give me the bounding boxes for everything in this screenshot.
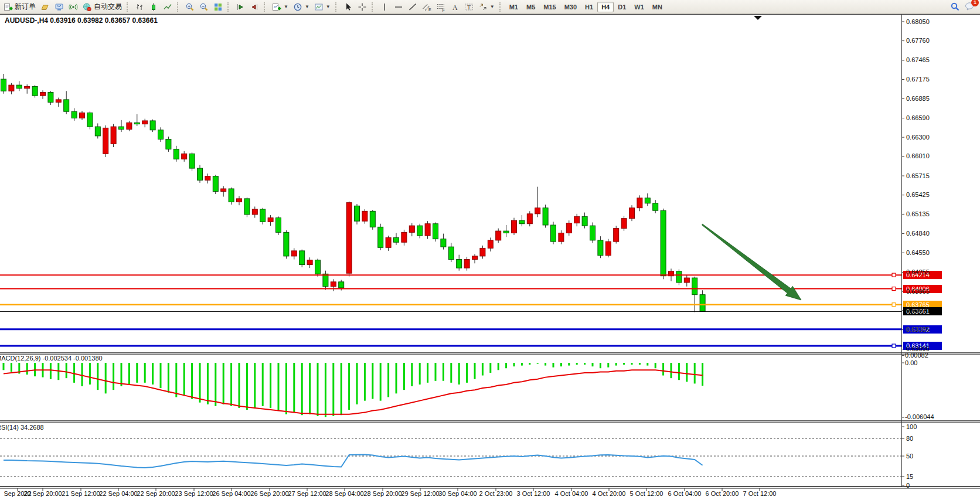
- channel-button[interactable]: E: [420, 0, 434, 14]
- new-order-button[interactable]: 新订单: [1, 0, 38, 14]
- crosshair-button[interactable]: [355, 0, 369, 14]
- toolbar-grip: [264, 2, 267, 12]
- toolbar-grip: [177, 2, 181, 12]
- arrows-icon: [478, 2, 488, 12]
- signals-button[interactable]: [66, 0, 80, 14]
- time-axis-label: 3 Oct 12:00: [517, 490, 550, 497]
- down-arrow-annotation: [702, 224, 801, 300]
- notification-badge: 1: [971, 0, 979, 6]
- indicators-button[interactable]: ▼: [270, 0, 291, 14]
- toolbar: 新订单 自动交易: [0, 0, 980, 14]
- horizontal-line-button[interactable]: [392, 0, 406, 14]
- zoom-in-button[interactable]: [183, 0, 197, 14]
- time-axis-label: 30 Sep 04:00: [438, 490, 477, 497]
- timeframe-button-m5[interactable]: M5: [522, 2, 539, 12]
- time-axis-label: 22 Sep 04:00: [99, 490, 137, 497]
- notifications-button[interactable]: 1: [965, 1, 975, 13]
- timeframe-button-m15[interactable]: M15: [539, 2, 560, 12]
- history-center-button[interactable]: [38, 0, 52, 14]
- trendline-button[interactable]: [406, 0, 420, 14]
- horizontal-line-icon: [394, 2, 403, 12]
- cursor-button[interactable]: [341, 0, 355, 14]
- timeframe-button-mn[interactable]: MN: [648, 2, 666, 12]
- auto-trading-button[interactable]: 自动交易: [80, 0, 124, 14]
- time-axis-label: 29 Sep 12:00: [401, 490, 439, 497]
- periods-icon: [293, 2, 302, 12]
- time-axis-label: 27 Sep 12:00: [288, 490, 326, 497]
- zoom-out-button[interactable]: [197, 0, 211, 14]
- price-level-tag: 0.63141: [903, 342, 942, 350]
- timeframe-button-w1[interactable]: W1: [630, 2, 648, 12]
- price-axis-tick: 0.65715: [906, 172, 930, 179]
- shift-marker-icon: [754, 16, 762, 20]
- timeframe-button-h1[interactable]: H1: [581, 2, 597, 12]
- crosshair-icon: [358, 2, 367, 12]
- macd-indicator-label: MACD(12,26,9) -0.002534 -0.001380: [0, 355, 103, 362]
- vertical-line-button[interactable]: [377, 0, 392, 14]
- chevron-down-icon: ▼: [490, 4, 495, 9]
- fibonacci-button[interactable]: F: [434, 0, 448, 14]
- mt4-window: 新订单 自动交易: [0, 0, 980, 500]
- periods-button[interactable]: ▼: [291, 0, 312, 14]
- price-axis-tick: 0.68050: [906, 18, 930, 25]
- chart-shift-icon: [250, 2, 259, 12]
- svg-text:A: A: [452, 3, 458, 11]
- auto-scroll-button[interactable]: [233, 0, 247, 14]
- terminal-button[interactable]: [52, 0, 66, 14]
- time-axis-label: 7 Oct 12:00: [743, 490, 777, 497]
- price-axis-tick: 0.66300: [906, 134, 930, 141]
- price-axis-tick: 0.64255: [906, 268, 930, 275]
- time-axis-label: 22 Sep 20:00: [137, 490, 175, 497]
- text-label-button[interactable]: T: [462, 0, 476, 14]
- chart-labels-layer: AUDUSD-,H4 0.63916 0.63982 0.63657 0.636…: [0, 14, 980, 500]
- price-axis-tick: 0.63385: [906, 326, 930, 333]
- time-axis-label: 26 Sep 20:00: [250, 490, 288, 497]
- chart-area[interactable]: AUDUSD-,H4 0.63916 0.63982 0.63657 0.636…: [0, 14, 980, 500]
- price-axis-tick: 0.66590: [906, 114, 930, 121]
- time-axis-label: 4 Oct 20:00: [593, 490, 626, 497]
- price-axis-tick: 0.63675: [906, 307, 930, 314]
- line-chart-button[interactable]: [161, 0, 175, 14]
- new-order-label: 新订单: [15, 2, 36, 12]
- chevron-down-icon: ▼: [305, 4, 309, 9]
- bar-chart-button[interactable]: [132, 0, 147, 14]
- price-level-tag: 0.64214: [903, 271, 942, 279]
- time-axis-label: 20 Sep 20:00: [23, 490, 62, 497]
- auto-trading-icon: [83, 2, 92, 12]
- chevron-down-icon: ▼: [326, 4, 331, 9]
- templates-button[interactable]: ▼: [312, 0, 333, 14]
- timeframe-button-m30[interactable]: M30: [560, 2, 581, 12]
- timeframe-button-h4[interactable]: H4: [597, 2, 614, 12]
- zoom-in-icon: [185, 2, 195, 12]
- vertical-line-icon: [380, 2, 389, 12]
- auto-trading-label: 自动交易: [94, 2, 122, 12]
- time-axis-label: 4 Oct 04:00: [555, 490, 588, 497]
- candlestick-chart-button[interactable]: [147, 0, 161, 14]
- price-axis-tick: 0.65135: [906, 210, 930, 217]
- tile-windows-icon: [213, 2, 223, 12]
- price-axis-tick: 0.65425: [906, 191, 930, 198]
- timeframe-button-m1[interactable]: M1: [505, 2, 522, 12]
- price-level-tag: 0.64006: [903, 285, 942, 293]
- time-axis-label: 28 Sep 20:00: [363, 490, 401, 497]
- text-button[interactable]: A: [448, 0, 462, 14]
- toolbar-grip: [335, 2, 339, 12]
- search-icon[interactable]: [950, 2, 960, 12]
- chart-shift-button[interactable]: [247, 0, 261, 14]
- time-axis-label: 26 Sep 04:00: [212, 490, 250, 497]
- indicators-icon: [272, 2, 281, 12]
- time-axis-label: 5 Oct 12:00: [630, 490, 663, 497]
- terminal-icon: [55, 2, 64, 12]
- arrows-button[interactable]: ▼: [476, 0, 497, 14]
- new-order-icon: [4, 2, 13, 12]
- price-axis-tick: 0.66885: [906, 95, 930, 102]
- price-axis-tick: 0.67465: [906, 56, 930, 63]
- chevron-down-icon: ▼: [284, 4, 288, 9]
- fibonacci-icon: F: [436, 2, 445, 12]
- toolbar-grip: [227, 2, 231, 12]
- timeframe-button-d1[interactable]: D1: [614, 2, 630, 12]
- rsi-axis-tick: 0: [906, 482, 910, 489]
- cursor-icon: [343, 2, 353, 12]
- toolbar-grip: [127, 2, 130, 12]
- tile-windows-button[interactable]: [211, 0, 225, 14]
